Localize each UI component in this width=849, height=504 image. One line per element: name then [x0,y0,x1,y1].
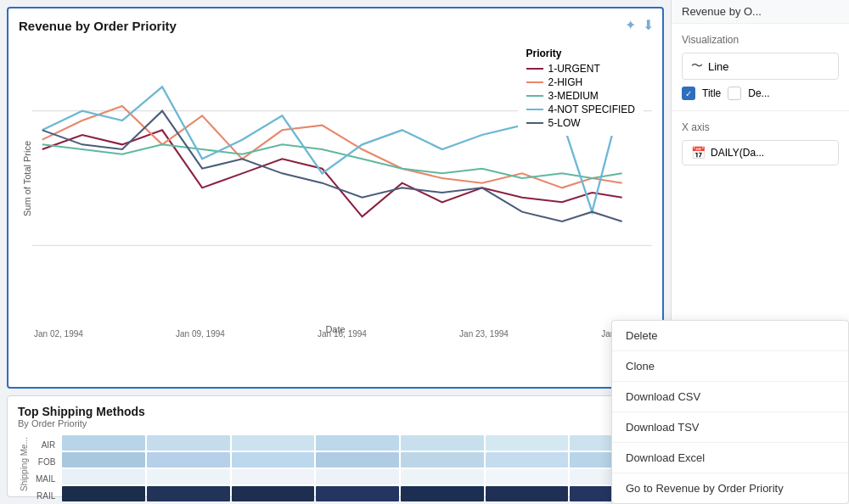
heatmap-cell [486,435,569,451]
shipping-label: Shipping Me... [18,435,31,493]
heatmap-cell [401,452,484,468]
x-tick-4: Jan 23, 1994 [459,329,509,339]
description-toggle-label: De... [748,87,769,99]
x-tick-1: Jan 02, 1994 [34,329,83,339]
line-chart-icon: 〜 [691,59,703,74]
legend-item-not-specified: 4-NOT SPECIFIED [526,104,635,115]
legend-label-high: 2-HIGH [548,76,583,88]
bottom-card: Top Shipping Methods By Order Priority S… [7,395,664,497]
x-tick-2: Jan 09, 1994 [176,329,225,339]
viz-option-line[interactable]: 〜 Line [682,53,839,80]
heatmap-row-0 [62,435,653,451]
title-toggle-label: Title [702,87,721,99]
heatmap-cell [62,486,145,501]
heatmap-cell [316,435,399,451]
legend-label-urgent: 1-URGENT [548,63,600,75]
chart-inner: 100M 90M Priority [32,34,652,322]
legend-line-urgent [526,68,543,70]
heatmap-cell [62,469,145,484]
heatmap-cell [486,469,569,484]
y-axis-label: Sum of Total Price [19,34,32,322]
heatmap-y-label-rail: RAIL [36,488,59,503]
context-menu-download-tsv[interactable]: Download TSV [612,412,848,443]
legend-title: Priority [526,48,635,59]
title-checkbox[interactable]: ✓ [682,87,695,100]
heatmap-cell [232,452,315,468]
heatmap-y-label-air: AIR [36,437,59,452]
download-icon[interactable]: ⬇ [643,17,654,33]
heatmap-cell [401,486,484,501]
heatmap-cell [232,435,315,451]
legend-item-medium: 3-MEDIUM [526,90,635,102]
legend-label-not-specified: 4-NOT SPECIFIED [548,104,635,115]
context-menu-clone[interactable]: Clone [612,351,848,382]
legend-label-medium: 3-MEDIUM [548,90,599,102]
x-axis-value-field[interactable]: 📅 DAILY(Da... [682,140,839,165]
heatmap-row-2 [62,469,653,484]
heatmap-cell [316,452,399,468]
heatmap-row-3 [62,486,653,501]
heatmap-cell [62,452,145,468]
heatmap-cell [401,469,484,484]
context-menu-download-excel[interactable]: Download Excel [612,443,848,473]
bottom-card-subtitle: By Order Priority [18,418,653,428]
heatmap-cell [316,469,399,484]
heatmap-cell [147,469,230,484]
chart-card: Revenue by Order Priority ✦ ⬇ Sum of Tot… [7,7,664,389]
visualization-label: Visualization [682,34,839,46]
chart-title: Revenue by Order Priority [19,19,177,33]
chart-legend: Priority 1-URGENT 2-HIGH 3-MEDIUM [518,42,644,136]
context-menu-goto[interactable]: Go to Revenue by Order Priority [612,473,848,503]
legend-item-urgent: 1-URGENT [526,63,635,75]
x-axis-value-text: DAILY(Da... [711,147,764,159]
heatmap-cell [62,435,145,451]
x-axis-section: X axis 📅 DAILY(Da... [672,111,849,176]
heatmap-area: Shipping Me... AIR FOB MAIL RAIL [18,435,653,503]
description-checkbox[interactable] [728,87,741,100]
legend-label-low: 5-LOW [548,117,581,129]
main-panel: Revenue by Order Priority ✦ ⬇ Sum of Tot… [0,0,671,504]
context-menu-download-csv[interactable]: Download CSV [612,382,848,412]
heatmap-cell [401,435,484,451]
visualization-section: Visualization 〜 Line ✓ Title De... [672,24,849,111]
heatmap-cell [147,486,230,501]
context-menu-delete[interactable]: Delete [612,321,848,351]
heatmap-cell [486,452,569,468]
heatmap-y-labels: AIR FOB MAIL RAIL [36,435,59,503]
heatmap-cell [232,486,315,501]
calendar-icon: 📅 [691,146,706,160]
heatmap-cell [316,486,399,501]
heatmap-row-1 [62,452,653,468]
heatmap-y-label-fob: FOB [36,454,59,469]
chart-icons: ✦ ⬇ [625,17,654,33]
heatmap-cell [147,452,230,468]
chart-area: Sum of Total Price 100M 90M [19,34,652,322]
heatmap-grid [62,435,653,501]
context-menu: Delete Clone Download CSV Download TSV D… [611,320,849,504]
heatmap-cell [232,469,315,484]
heatmap-cell [486,486,569,501]
viz-option-label: Line [708,60,729,73]
right-panel-header: Revenue by O... [672,0,849,24]
legend-item-high: 2-HIGH [526,76,635,88]
toggle-row: ✓ Title De... [682,87,839,100]
heatmap-y-label-mail: MAIL [36,471,59,486]
legend-item-low: 5-LOW [526,117,635,129]
legend-line-medium [526,95,543,97]
bottom-card-title: Top Shipping Methods [18,405,653,418]
heatmap-cell [147,435,230,451]
x-axis-section-label: X axis [682,121,839,133]
right-panel: Revenue by O... Visualization 〜 Line ✓ T… [671,0,849,504]
legend-line-high [526,81,543,83]
expand-icon[interactable]: ✦ [625,17,636,33]
x-axis-ticks: Jan 02, 1994 Jan 09, 1994 Jan 16, 1994 J… [32,326,652,339]
legend-line-low [526,122,543,124]
legend-line-not-specified [526,109,543,110]
x-tick-3: Jan 16, 1994 [318,329,367,339]
